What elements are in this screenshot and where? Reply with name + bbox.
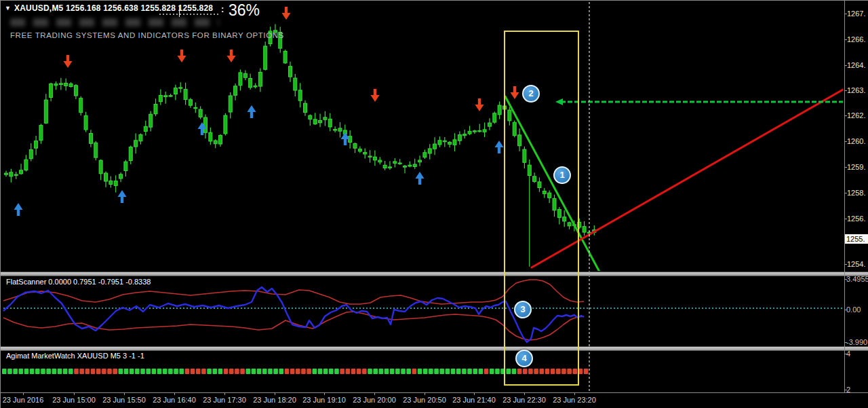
candle-body [428,149,431,153]
price-axis-tick [844,264,847,265]
price-axis-label: 1256. [847,215,866,223]
flatscanner-indicator-label: FlatScanner 0.0000 0.7951 -0.7951 -0.833… [6,278,151,286]
candle-body [488,123,491,126]
agimat-signal-dash [462,369,467,374]
panel-splitter-1[interactable] [1,272,868,276]
agimat-signal-dash [423,369,428,374]
buy-signal-arrow-icon [118,190,127,203]
candle-body [463,134,467,136]
candle-body [468,131,471,134]
price-axis-tick [844,141,847,142]
agimat-signal-dash [390,369,395,374]
agimat-signal-dash [401,369,406,374]
flatscanner-axis-tick [844,342,847,343]
candle-body [79,98,83,113]
price-axis-tick [844,115,847,116]
symbol-dropdown-icon[interactable]: ▼ [5,5,11,12]
agimat-signal-dash [357,369,361,374]
chart-ohlc-title: XAUUSD,M5 1256.168 1256.638 1255.828 125… [14,3,213,13]
agimat-signal-dash [479,369,484,374]
price-scale-border [844,1,845,392]
flatscanner-panel[interactable] [3,280,843,342]
candle-body [453,140,456,145]
candle-body [583,227,586,232]
agimat-signal-dash [329,369,334,374]
annotation-circle-3[interactable]: 3 [514,301,532,318]
time-axis-label: 23 Jun 19:10 [302,396,346,404]
candle-body [109,181,113,184]
candle-body [9,172,13,177]
agimat-signal-dash [19,369,24,374]
agimat-signal-dash [257,369,262,374]
candle-body [338,128,342,131]
time-axis-label: 23 Jun 16:40 [153,396,196,404]
agimat-signal-dash [279,369,284,374]
agimat-signal-dash [318,369,323,374]
flatscanner-axis-label: 3.4955 [846,275,868,283]
time-axis-tick [474,392,475,395]
candle-body [74,86,77,96]
agimat-signal-dash [13,369,18,374]
annotation-colon: : [221,4,224,14]
candle-body [319,121,322,123]
agimat-signal-dash [191,369,195,374]
candle-body [254,86,257,87]
candle-body [24,160,28,170]
highlight-rectangle [504,31,579,386]
candle-body [264,46,267,69]
price-axis-tick [844,39,847,40]
blurred-watermark-line [10,18,219,26]
candle-body [294,78,297,90]
agimat-signal-dash [218,369,223,374]
candle-body [433,144,437,149]
agimat-signal-dash [473,369,477,374]
candle-body [443,141,446,141]
candle-body [423,153,427,157]
agimat-signal-dash [196,369,201,374]
candle-body [353,144,357,149]
candle-body [328,119,332,127]
annotation-circle-1[interactable]: 1 [553,166,571,184]
candle-body [14,174,18,175]
agimat-signal-dash [168,369,173,374]
time-axis-label: 23 Jun 17:30 [203,396,246,404]
time-axis-label: 23 Jun 15:50 [102,396,146,404]
flatscanner-lower-band [3,312,584,340]
agimat-signal-dash [373,369,378,374]
candle-body [249,78,252,87]
time-axis-tick [425,392,425,395]
agimat-signal-dash [245,369,250,374]
sell-signal-arrow-icon [371,89,380,102]
flatscanner-axis-label: 0.00 [846,305,861,314]
price-axis-label: 1258. [847,189,866,197]
price-axis-tick [844,90,847,91]
mt4-chart-window: ▼ XAUUSD,M5 1256.168 1256.638 1255.828 1… [0,0,868,408]
agimat-signal-dash [384,369,389,374]
candle-body [229,96,232,112]
time-axis-tick [275,392,275,395]
candle-body [64,83,68,86]
candle-body [378,160,382,162]
agimat-signal-dash [362,369,367,374]
main-price-panel[interactable] [5,24,844,274]
panel-splitter-2[interactable] [1,346,868,351]
candle-body [139,134,142,141]
annotation-circle-4[interactable]: 4 [515,350,533,367]
candle-body [189,100,192,105]
candle-body [164,96,167,97]
candle-body [283,51,287,62]
candle-body [438,141,441,145]
candle-body [169,96,172,96]
agimat-signal-dash [152,369,157,374]
candle-body [50,84,53,97]
candle-body [349,136,352,143]
candle-body [403,166,407,167]
agimat-signal-dash [63,369,68,374]
agimat-signal-dash [273,369,278,374]
flatscanner-signal-line [3,287,584,342]
price-axis-label: 1259. [847,163,866,171]
agimat-signal-dash [490,369,494,374]
agimat-signal-dash [495,369,500,374]
annotation-percent-label[interactable]: 36% [229,1,260,20]
annotation-circle-2[interactable]: 2 [522,85,540,103]
